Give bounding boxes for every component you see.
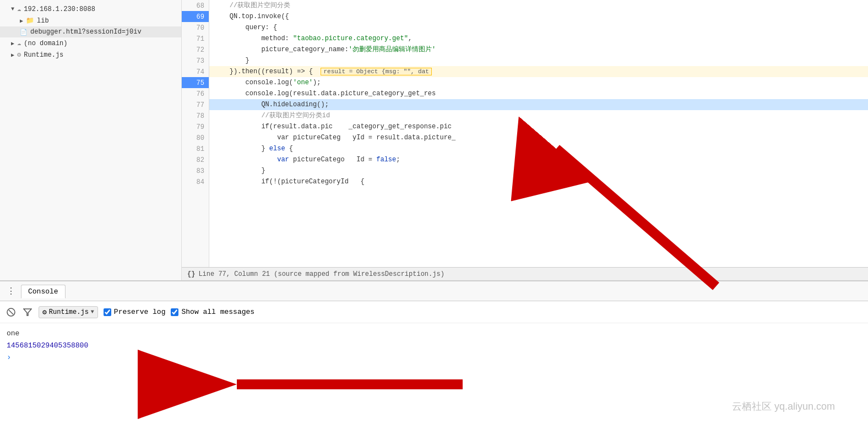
code-line-69: QN.top.invoke({ bbox=[209, 11, 868, 22]
tree-label-cloud-host: 192.168.1.230:8088 bbox=[24, 6, 95, 13]
code-line-80: var pictureCateg yId = result.data.pictu… bbox=[209, 132, 868, 143]
code-line-72: picture_category_name:'勿删爱用商品编辑详情图片' bbox=[209, 44, 868, 55]
tree-item-cloud-host[interactable]: ▼ ☁ 192.168.1.230:8088 bbox=[0, 3, 181, 15]
filter-button[interactable] bbox=[22, 307, 33, 318]
code-panel: 68 69 70 71 72 73 74 75 76 77 78 79 80 8… bbox=[182, 0, 868, 280]
line-83: 83 bbox=[182, 165, 209, 176]
status-bar-text: Line 77, Column 21 (source mapped from W… bbox=[198, 270, 444, 278]
code-line-76: console.log(result.data.picture_category… bbox=[209, 88, 868, 99]
console-line-number: 14568150294053588​00 bbox=[7, 340, 861, 352]
line-numbers: 68 69 70 71 72 73 74 75 76 77 78 79 80 8… bbox=[182, 0, 209, 267]
runtime-label: Runtime.js bbox=[49, 308, 89, 316]
arrow-icon: ▶ bbox=[11, 40, 14, 47]
code-lines: //获取图片空间分类 QN.top.invoke({ query: { meth… bbox=[209, 0, 868, 267]
cloud-icon: ☁ bbox=[17, 5, 21, 13]
show-all-messages-label: Show all messages bbox=[181, 308, 254, 316]
svg-line-1 bbox=[9, 310, 13, 314]
tree-label-no-domain: (no domain) bbox=[24, 40, 67, 47]
line-82: 82 bbox=[182, 154, 209, 165]
code-line-78: //获取图片空间分类id bbox=[209, 110, 868, 121]
code-line-71: method: "taobao.picture.category.get", bbox=[209, 33, 868, 44]
runtime-selector[interactable]: ⚙ Runtime.js ▼ bbox=[39, 306, 98, 318]
line-73: 73 bbox=[182, 55, 209, 66]
gear-icon: ⚙ bbox=[42, 308, 47, 317]
line-77: 77 bbox=[182, 99, 209, 110]
code-line-81: } else { bbox=[209, 143, 868, 154]
line-81: 81 bbox=[182, 143, 209, 154]
code-line-73: } bbox=[209, 55, 868, 66]
code-line-83: } bbox=[209, 165, 868, 176]
line-72: 72 bbox=[182, 44, 209, 55]
line-69: 69 bbox=[182, 11, 209, 22]
clear-console-button[interactable] bbox=[6, 307, 17, 318]
line-79: 79 bbox=[182, 121, 209, 132]
arrow-icon: ▶ bbox=[20, 18, 23, 24]
line-76: 76 bbox=[182, 88, 209, 99]
code-line-75: console.log('one'); bbox=[209, 77, 868, 88]
tree-item-runtime[interactable]: ▶ ⚙ Runtime.js bbox=[0, 49, 181, 61]
tree-label-runtime: Runtime.js bbox=[24, 51, 63, 59]
tree-label-lib: lib bbox=[37, 17, 49, 25]
file-icon: 📄 bbox=[20, 29, 28, 36]
console-input-prompt[interactable]: › bbox=[7, 352, 861, 363]
line-75: 75 bbox=[182, 77, 209, 88]
status-bar: {} Line 77, Column 21 (source mapped fro… bbox=[182, 267, 868, 280]
curly-braces-icon: {} bbox=[187, 270, 195, 278]
code-line-68: //获取图片空间分类 bbox=[209, 0, 868, 11]
dropdown-arrow-icon: ▼ bbox=[91, 309, 94, 315]
line-80: 80 bbox=[182, 132, 209, 143]
tree-item-lib[interactable]: ▶ 📁 lib bbox=[0, 15, 181, 26]
console-output: one 14568150294053588​00 › bbox=[0, 323, 868, 424]
console-tabs: ⋮ Console bbox=[0, 281, 868, 301]
preserve-log-label: Preserve log bbox=[114, 308, 166, 316]
line-70: 70 bbox=[182, 22, 209, 33]
arrow-icon: ▼ bbox=[11, 6, 14, 12]
show-all-messages-checkbox[interactable]: Show all messages bbox=[171, 308, 254, 316]
folder-icon: 📁 bbox=[26, 17, 34, 25]
code-line-77: QN.hideLoading(); bbox=[209, 99, 868, 110]
tree-item-debugger[interactable]: 📄 debugger.html?sessionId=j0iv bbox=[0, 26, 181, 37]
console-output-number: 14568150294053588​00 bbox=[7, 341, 88, 350]
code-line-82: var pictureCatego Id = false; bbox=[209, 154, 868, 165]
tree-label-debugger: debugger.html?sessionId=j0iv bbox=[30, 28, 142, 36]
line-84: 84 bbox=[182, 176, 209, 187]
tree-item-no-domain[interactable]: ▶ ☁ (no domain) bbox=[0, 37, 181, 49]
code-line-79: if(result.data.pic _category_get_respons… bbox=[209, 121, 868, 132]
line-78: 78 bbox=[182, 110, 209, 121]
code-line-84: if(!(pictureCategoryId { bbox=[209, 176, 868, 187]
cloud-icon: ☁ bbox=[17, 39, 21, 47]
file-tree: ▼ ☁ 192.168.1.230:8088 ▶ 📁 lib 📄 debugge… bbox=[0, 0, 182, 280]
arrow-icon: ▶ bbox=[11, 52, 14, 58]
console-menu-button[interactable]: ⋮ bbox=[4, 285, 18, 298]
tab-console[interactable]: Console bbox=[21, 285, 66, 298]
svg-marker-2 bbox=[24, 309, 31, 316]
preserve-log-checkbox[interactable]: Preserve log bbox=[104, 308, 166, 316]
line-74: 74 bbox=[182, 66, 209, 77]
tab-console-label: Console bbox=[28, 287, 58, 296]
gear-icon: ⚙ bbox=[17, 51, 21, 59]
show-all-messages-input[interactable] bbox=[171, 308, 178, 316]
console-panel: ⋮ Console ⚙ Runtime.js ▼ bbox=[0, 281, 868, 424]
console-toolbar: ⚙ Runtime.js ▼ Preserve log Show all mes… bbox=[0, 301, 868, 323]
code-line-74: }).then((result) => { result = Object {m… bbox=[209, 66, 868, 77]
prompt-chevron-icon: › bbox=[7, 353, 11, 362]
console-output-text: one bbox=[7, 329, 19, 338]
console-line-one: one bbox=[7, 328, 861, 340]
line-68: 68 bbox=[182, 0, 209, 11]
preserve-log-input[interactable] bbox=[104, 308, 111, 316]
line-71: 71 bbox=[182, 33, 209, 44]
code-line-70: query: { bbox=[209, 22, 868, 33]
